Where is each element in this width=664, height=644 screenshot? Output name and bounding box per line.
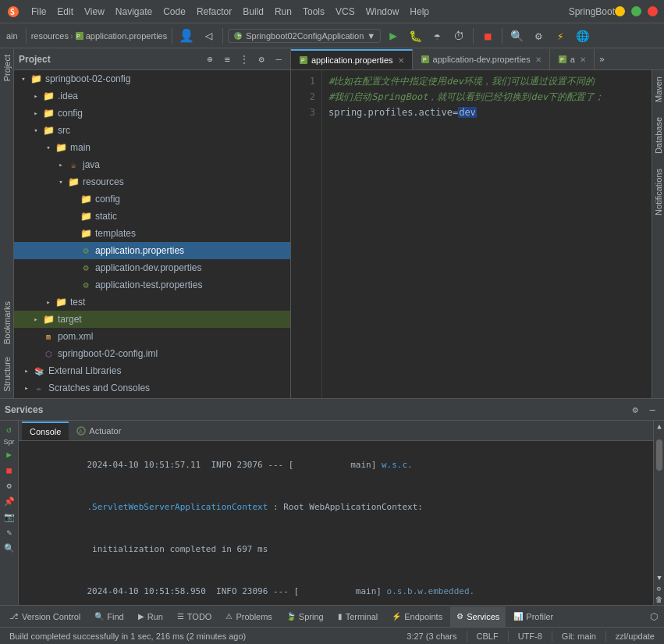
notifications-panel-tab[interactable]: Notifications (652, 162, 664, 224)
power-save-button[interactable]: ⚡ (551, 27, 570, 45)
menu-refactor[interactable]: Refactor (192, 5, 236, 19)
run-button[interactable]: ▶ (384, 27, 403, 45)
menu-help[interactable]: Help (405, 5, 434, 19)
scroll-settings[interactable]: ⚙ (654, 583, 664, 594)
build-status[interactable]: Build completed successfully in 1 sec, 2… (6, 632, 249, 641)
menu-edit[interactable]: Edit (52, 5, 78, 19)
tree-resources[interactable]: ▾ 📁 resources (14, 173, 290, 190)
maven-panel-tab[interactable]: Maven (652, 70, 664, 111)
expand-button[interactable]: ⬡ (647, 610, 661, 624)
git-status[interactable]: Git: main (559, 632, 599, 641)
menu-file[interactable]: File (27, 5, 51, 19)
tab-close-3[interactable]: ✕ (580, 55, 586, 64)
tree-java[interactable]: ▸ ☕ java (14, 156, 290, 173)
toolbar-tab-version-control[interactable]: ⎇ Version Control (3, 607, 87, 627)
panel-btn-add[interactable]: ⊕ (203, 52, 217, 66)
debug-button[interactable]: 🐛 (406, 27, 424, 45)
toolbar-tab-run[interactable]: ▶ Run (132, 607, 169, 627)
database-panel-tab[interactable]: Database (652, 111, 664, 162)
scroll-trash[interactable]: 🗑 (654, 594, 664, 605)
line-ending-status[interactable]: UTF-8 (515, 632, 545, 641)
tree-pom[interactable]: m pom.xml (14, 328, 290, 345)
tree-scratches[interactable]: ▸ ✏ Scratches and Consoles (14, 379, 290, 397)
toolbar-tab-find[interactable]: 🔍 Find (88, 607, 130, 627)
tree-static[interactable]: 📁 static (14, 208, 290, 225)
menu-navigate[interactable]: Navigate (111, 5, 157, 19)
code-area[interactable]: #比如在配置文件中指定使用dev环境，我们可以通过设置不同的 #我们启动Spri… (322, 70, 652, 398)
cursor-position[interactable]: 3:27 (3 chars (403, 632, 460, 641)
tree-root[interactable]: ▾ 📁 springboot-02-config (14, 70, 290, 87)
menu-vcs[interactable]: VCS (331, 5, 360, 19)
console-run-btn[interactable]: ▶ (2, 447, 16, 461)
menu-view[interactable]: View (80, 5, 109, 19)
structure-side-label[interactable]: Structure (1, 350, 13, 398)
panel-btn-close[interactable]: — (272, 52, 286, 66)
tree-config-sub[interactable]: 📁 config (14, 190, 290, 208)
tree-target[interactable]: ▸ 📁 target (14, 311, 290, 328)
toolbar-tab-terminal[interactable]: ▮ Terminal (332, 607, 385, 627)
console-filter-btn[interactable]: 🔍 (2, 541, 16, 555)
scroll-thumb[interactable] (656, 439, 662, 471)
tree-idea[interactable]: ▸ 📁 .idea (14, 87, 290, 105)
project-side-label[interactable]: Project (1, 48, 13, 87)
menu-code[interactable]: Code (158, 5, 190, 19)
console-edit-btn[interactable]: ✎ (2, 525, 16, 539)
scroll-up-btn[interactable]: ▲ (654, 421, 664, 432)
breadcrumb-resources[interactable]: resources (31, 31, 69, 41)
tree-test-props[interactable]: ⚙ application-test.properties (14, 276, 290, 294)
tab-overflow-button[interactable]: » (595, 49, 609, 69)
tab-actuator[interactable]: A Actuator (69, 422, 129, 440)
menu-window[interactable]: Window (361, 5, 404, 19)
tab-close-1[interactable]: ✕ (398, 56, 404, 65)
breadcrumb-file[interactable]: application.properties (86, 31, 168, 41)
tree-external-libs[interactable]: ▸ 📚 External Libraries (14, 362, 290, 379)
toolbar-tab-services[interactable]: ⚙ Services (450, 607, 506, 627)
maximize-button[interactable] (631, 6, 641, 16)
tab-console[interactable]: Console (22, 422, 69, 440)
menu-tools[interactable]: Tools (298, 5, 329, 19)
tree-src[interactable]: ▾ 📁 src (14, 122, 290, 139)
tree-application-props[interactable]: ⚙ application.properties (14, 242, 290, 259)
console-stop-btn[interactable]: ■ (2, 463, 16, 477)
coverage-button[interactable]: ☂ (428, 27, 446, 45)
services-settings-btn[interactable]: ⚙ (628, 403, 642, 417)
profile-button[interactable]: ⏱ (449, 27, 468, 45)
bookmarks-side-label[interactable]: Bookmarks (1, 295, 13, 350)
tree-dev-props[interactable]: ⚙ application-dev.properties (14, 259, 290, 276)
toolbar-btn-1[interactable]: 👤 (177, 27, 196, 45)
search-button[interactable]: 🔍 (507, 27, 526, 45)
panel-btn-sort[interactable]: ≡ (220, 52, 234, 66)
chrome-button[interactable]: 🌐 (573, 27, 591, 45)
console-camera-btn[interactable]: 📷 (2, 510, 16, 524)
console-settings-btn[interactable]: ⚙ (2, 479, 16, 493)
tree-main[interactable]: ▾ 📁 main (14, 139, 290, 156)
tab-close-2[interactable]: ✕ (535, 55, 541, 64)
run-config-selector[interactable]: 🍃 Springboot02ConfigApplication ▼ (228, 29, 381, 43)
tab-short[interactable]: P a ✕ (550, 49, 595, 69)
tree-config[interactable]: ▸ 📁 config (14, 105, 290, 122)
tree-templates[interactable]: 📁 templates (14, 225, 290, 242)
toolbar-tab-problems[interactable]: ⚠ Problems (219, 607, 278, 627)
toolbar-tab-profiler[interactable]: 📊 Profiler (507, 607, 559, 627)
services-minimize-btn[interactable]: — (645, 403, 659, 417)
settings-gear[interactable]: ⚙ (529, 27, 548, 45)
scroll-down-btn[interactable]: ▼ (654, 572, 664, 583)
toolbar-tab-endpoints[interactable]: ⚡ Endpoints (385, 607, 449, 627)
tab-application-props[interactable]: P application.properties ✕ (291, 49, 413, 69)
console-pin-btn[interactable]: 📌 (2, 494, 16, 508)
tree-iml[interactable]: ⬡ springboot-02-config.iml (14, 345, 290, 362)
toolbar-btn-2[interactable]: ◁ (199, 27, 218, 45)
console-refresh-btn[interactable]: ↺ (2, 422, 16, 436)
menu-build[interactable]: Build (238, 5, 268, 19)
memory-status[interactable]: zzl/update (613, 632, 658, 641)
panel-btn-gear[interactable]: ⚙ (254, 52, 268, 66)
toolbar-tab-todo[interactable]: ☰ TODO (171, 607, 218, 627)
tab-dev-props[interactable]: P application-dev.properties ✕ (413, 49, 550, 69)
minimize-button[interactable] (615, 6, 625, 16)
console-content[interactable]: 2024-04-10 10:51:57.11 INFO 23076 --- [ … (19, 441, 653, 605)
toolbar-tab-spring[interactable]: 🍃 Spring (280, 607, 330, 627)
close-button[interactable] (648, 6, 658, 16)
tree-test[interactable]: ▸ 📁 test (14, 294, 290, 311)
encoding-status[interactable]: CBLF (474, 632, 502, 641)
stop-button[interactable]: ■ (478, 27, 497, 45)
